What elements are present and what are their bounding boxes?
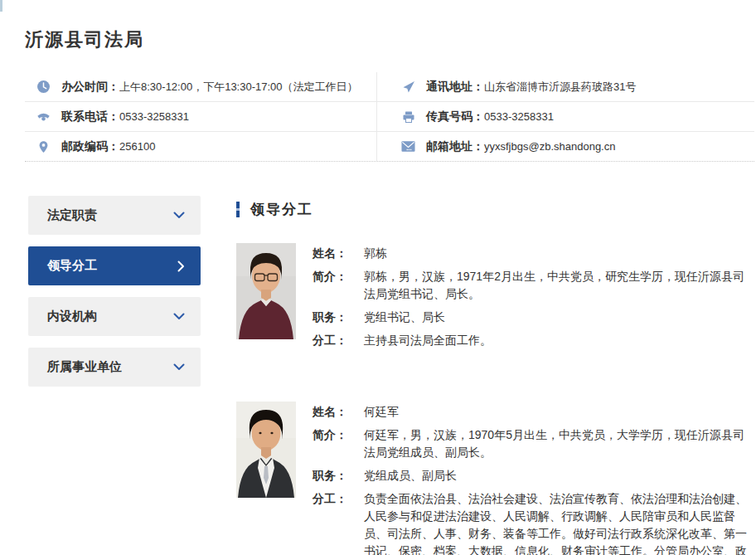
fax-icon — [401, 110, 415, 124]
field-label: 简介： — [313, 268, 364, 303]
field-bio: 简介： 郭栋，男，汉族，1971年2月出生，中共党员，研究生学历，现任沂源县司法… — [313, 268, 752, 303]
field-label: 姓名： — [313, 245, 364, 262]
navigation-icon — [401, 80, 415, 94]
sidebar-item-leadership[interactable]: 领导分工 — [28, 246, 201, 285]
contact-value: 0533-3258331 — [119, 110, 189, 123]
field-position: 职务： 党组书记、局长 — [313, 309, 752, 326]
location-pin-icon — [36, 139, 51, 153]
leader-entry: 姓名： 郭栋 简介： 郭栋，男，汉族，1971年2月出生，中共党员，研究生学历，… — [236, 243, 754, 355]
contact-value: 上午8:30-12:00，下午13:30-17:00（法定工作日） — [119, 80, 358, 95]
leader-entry: 姓名： 何廷军 简介： 何廷军，男，汉族，1970年5月出生，中共党员，大学学历… — [236, 402, 754, 555]
sidebar-item-label: 内设机构 — [47, 309, 97, 324]
contact-row: 邮政编码： 256100 邮箱地址： yyxsfjbgs@zb.shandong… — [25, 132, 754, 162]
field-value: 何廷军 — [364, 403, 752, 421]
chevron-down-icon — [173, 313, 185, 320]
contact-label: 传真号码： — [426, 110, 484, 124]
contact-label: 联系电话： — [61, 110, 119, 124]
mail-icon — [401, 139, 415, 153]
contact-label: 邮政编码： — [61, 139, 119, 154]
chevron-right-icon — [177, 260, 185, 272]
field-bio: 简介： 何廷军，男，汉族，1970年5月出生，中共党员，大学学历，现任沂源县司法… — [313, 426, 752, 461]
field-value: 何廷军，男，汉族，1970年5月出生，中共党员，大学学历，现任沂源县司法局党组成… — [364, 426, 752, 461]
contact-label: 办公时间： — [61, 80, 119, 95]
field-label: 分工： — [313, 490, 364, 555]
field-name: 姓名： 郭栋 — [313, 245, 752, 262]
sidebar-item-label: 法定职责 — [47, 207, 97, 223]
field-value: 党组成员、副局长 — [364, 467, 752, 484]
contact-value: 山东省淄博市沂源县药玻路31号 — [484, 80, 636, 95]
contact-label: 邮箱地址： — [426, 139, 484, 154]
field-value: 负责全面依法治县、法治社会建设、法治宣传教育、依法治理和法治创建、人民参与和促进… — [364, 490, 752, 555]
leader-photo — [236, 243, 296, 339]
contact-item-address: 通讯地址： 山东省淄博市沂源县药玻路31号 — [377, 72, 754, 101]
field-value: 党组书记、局长 — [364, 309, 752, 326]
page-title: 沂源县司法局 — [25, 0, 754, 52]
clock-icon — [36, 80, 51, 94]
sidebar-item-label: 所属事业单位 — [47, 359, 122, 375]
sidebar-item-internal-orgs[interactable]: 内设机构 — [28, 297, 201, 336]
field-value: 郭栋，男，汉族，1971年2月出生，中共党员，研究生学历，现任沂源县司法局党组书… — [364, 268, 752, 303]
leader-fields: 姓名： 郭栋 简介： 郭栋，男，汉族，1971年2月出生，中共党员，研究生学历，… — [313, 243, 752, 355]
field-label: 姓名： — [313, 403, 364, 421]
sidebar-item-legal-duties[interactable]: 法定职责 — [28, 196, 201, 235]
contact-item-fax: 传真号码： 0533-3258331 — [377, 102, 754, 131]
field-responsibilities: 分工： 负责全面依法治县、法治社会建设、法治宣传教育、依法治理和法治创建、人民参… — [313, 490, 752, 555]
contact-row: 联系电话： 0533-3258331 传真号码： 0533-3258331 — [25, 102, 754, 132]
field-name: 姓名： 何廷军 — [313, 403, 752, 421]
contact-value: yyxsfjbgs@zb.shandong.cn — [484, 140, 615, 153]
field-label: 简介： — [313, 426, 364, 461]
phone-icon — [36, 110, 51, 124]
sidebar-item-affiliated-units[interactable]: 所属事业单位 — [28, 348, 201, 387]
sidebar: 法定职责 领导分工 内设机构 所属事业单位 — [28, 196, 201, 398]
contact-value: 0533-3258331 — [484, 110, 554, 123]
section-header: 领导分工 — [236, 200, 754, 219]
contact-value: 256100 — [119, 140, 155, 153]
chevron-down-icon — [173, 212, 185, 219]
contact-item-postcode: 邮政编码： 256100 — [25, 132, 377, 161]
leader-photo — [236, 402, 296, 498]
chevron-down-icon — [173, 363, 185, 371]
contact-row: 办公时间： 上午8:30-12:00，下午13:30-17:00（法定工作日） … — [25, 72, 754, 102]
field-label: 分工： — [313, 332, 364, 349]
field-value: 郭栋 — [364, 245, 752, 262]
contact-label: 通讯地址： — [426, 80, 484, 95]
field-label: 职务： — [313, 309, 364, 326]
field-value: 主持县司法局全面工作。 — [364, 332, 752, 349]
contact-item-phone: 联系电话： 0533-3258331 — [25, 102, 377, 131]
main-content: 领导分工 — [236, 196, 754, 555]
contact-info-table: 办公时间： 上午8:30-12:00，下午13:30-17:00（法定工作日） … — [25, 72, 754, 162]
field-label: 职务： — [313, 467, 364, 484]
contact-item-office-hours: 办公时间： 上午8:30-12:00，下午13:30-17:00（法定工作日） — [25, 72, 377, 101]
contact-item-email: 邮箱地址： yyxsfjbgs@zb.shandong.cn — [377, 132, 754, 161]
section-title: 领导分工 — [250, 200, 313, 219]
page: 沂源县司法局 办公时间： 上午8:30-12:00，下午13:30-17:00（… — [0, 0, 756, 555]
section-marker-bar — [236, 202, 240, 217]
sidebar-item-label: 领导分工 — [47, 258, 97, 274]
field-responsibilities: 分工： 主持县司法局全面工作。 — [313, 332, 752, 349]
page-edge-artifact — [0, 0, 2, 12]
leader-fields: 姓名： 何廷军 简介： 何廷军，男，汉族，1970年5月出生，中共党员，大学学历… — [313, 402, 752, 555]
field-position: 职务： 党组成员、副局长 — [313, 467, 752, 484]
